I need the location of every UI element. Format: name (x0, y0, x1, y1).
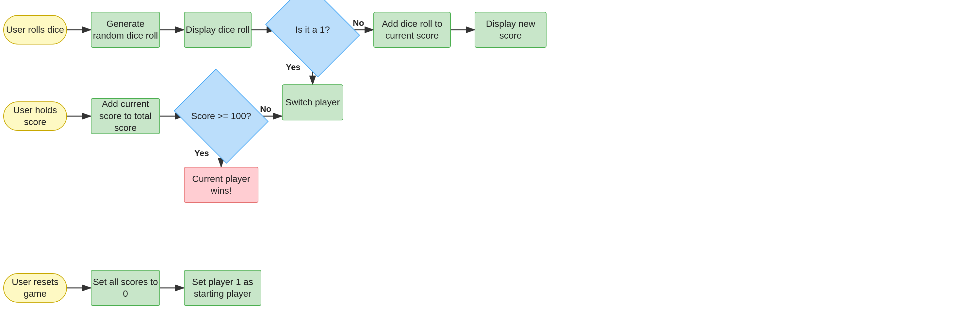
set-player1-starting-node: Set player 1 as starting player (184, 270, 261, 306)
display-new-score-label: Display new score (475, 18, 546, 42)
yes-label-middle: Yes (194, 148, 209, 158)
flowchart: User rolls dice Generate random dice rol… (0, 0, 980, 318)
is-it-1-label: Is it a 1? (295, 24, 330, 36)
current-player-wins-label: Current player wins! (185, 173, 258, 197)
set-all-scores-0-node: Set all scores to 0 (91, 270, 160, 306)
switch-player-node: Switch player (282, 85, 343, 120)
display-dice-roll-node: Display dice roll (184, 12, 251, 48)
add-dice-to-current-label: Add dice roll to current score (374, 18, 450, 42)
score-gte-100-label: Score >= 100? (191, 110, 251, 122)
user-rolls-dice-node: User rolls dice (3, 15, 67, 45)
current-player-wins-node: Current player wins! (184, 167, 258, 203)
set-all-scores-0-label: Set all scores to 0 (91, 276, 159, 300)
user-resets-game-node: User resets game (3, 273, 67, 303)
user-holds-score-label: User holds score (4, 104, 66, 128)
user-rolls-dice-label: User rolls dice (6, 24, 64, 36)
yes-label-top: Yes (286, 62, 301, 72)
generate-random-node: Generate random dice roll (91, 12, 160, 48)
user-resets-game-label: User resets game (4, 276, 66, 300)
user-holds-score-node: User holds score (3, 101, 67, 131)
display-dice-roll-label: Display dice roll (186, 24, 250, 36)
set-player1-starting-label: Set player 1 as starting player (185, 276, 261, 300)
switch-player-label: Switch player (285, 96, 340, 108)
display-new-score-node: Display new score (475, 12, 547, 48)
no-label-top: No (353, 18, 364, 28)
generate-random-label: Generate random dice roll (91, 18, 159, 42)
add-dice-to-current-node: Add dice roll to current score (373, 12, 451, 48)
no-label-middle: No (260, 104, 272, 114)
add-current-to-total-label: Add current score to total score (91, 98, 159, 134)
add-current-to-total-node: Add current score to total score (91, 98, 160, 134)
